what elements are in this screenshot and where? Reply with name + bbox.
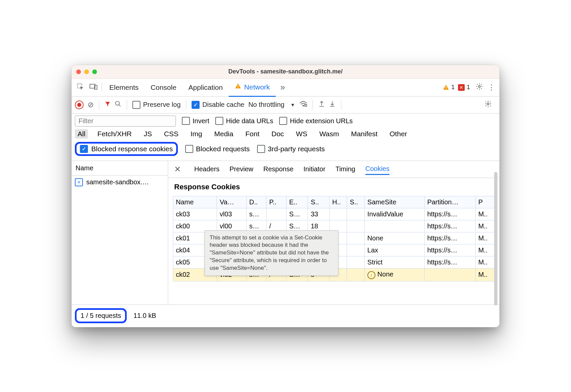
cookie-row[interactable]: ck03vl03s…S…33InvalidValuehttps://s…M..: [173, 208, 495, 220]
cookie-cell: M..: [475, 208, 494, 220]
tab-response[interactable]: Response: [263, 164, 294, 174]
tab-application[interactable]: Application: [183, 79, 229, 96]
cookie-cell: Lax: [364, 244, 424, 256]
cookie-column-header[interactable]: P..: [266, 196, 287, 208]
request-name: samesite-sandbox.…: [86, 178, 149, 186]
search-icon[interactable]: [115, 101, 121, 109]
panel-tab-bar: Elements Console Application Network » 1…: [72, 79, 499, 96]
cookie-cell: vl03: [217, 208, 246, 220]
cookie-column-header[interactable]: Va…: [217, 196, 246, 208]
divider: [313, 100, 313, 110]
type-filter-img[interactable]: Img: [188, 129, 205, 139]
export-har-icon[interactable]: [318, 100, 325, 110]
type-filter-doc[interactable]: Doc: [269, 129, 287, 139]
cookie-column-header[interactable]: D..: [246, 196, 266, 208]
cookie-column-header[interactable]: E..: [286, 196, 308, 208]
clear-button[interactable]: ⊘: [88, 101, 94, 109]
divider: [341, 100, 341, 110]
warnings-badge[interactable]: 1: [443, 84, 455, 91]
tab-initiator[interactable]: Initiator: [304, 164, 326, 174]
tab-elements[interactable]: Elements: [103, 79, 145, 96]
import-har-icon[interactable]: [329, 100, 336, 110]
type-filter-font[interactable]: Font: [243, 129, 262, 139]
cookie-blocked-tooltip: This attempt to set a cookie via a Set-C…: [205, 230, 338, 276]
divider: [99, 100, 99, 110]
response-cookies-heading: Response Cookies: [168, 178, 499, 196]
transfer-size: 11.0 kB: [133, 312, 156, 320]
blocked-response-cookies-checkbox[interactable]: Blocked response cookies: [75, 142, 178, 156]
warning-icon: [235, 83, 241, 91]
cookie-column-header[interactable]: SameSite: [364, 196, 424, 208]
cookie-cell: M..: [475, 268, 494, 281]
filter-input[interactable]: [75, 116, 176, 127]
info-icon: i: [367, 271, 375, 279]
close-detail-icon[interactable]: ✕: [174, 165, 181, 174]
network-settings-icon[interactable]: [482, 100, 494, 110]
tab-headers[interactable]: Headers: [194, 164, 220, 174]
cookie-cell: iNone: [364, 268, 424, 281]
settings-icon[interactable]: [473, 83, 485, 92]
cookie-cell: 33: [308, 208, 329, 220]
cookie-column-header[interactable]: H..: [329, 196, 347, 208]
tab-cookies[interactable]: Cookies: [365, 164, 389, 175]
status-filter-row: Blocked response cookies Blocked request…: [72, 142, 499, 161]
inspect-icon[interactable]: [74, 83, 87, 92]
type-filter-css[interactable]: CSS: [161, 129, 181, 139]
svg-point-10: [303, 105, 304, 106]
type-filter-other[interactable]: Other: [387, 129, 410, 139]
request-row[interactable]: ≡ samesite-sandbox.…: [72, 176, 168, 189]
kebab-menu-icon[interactable]: ⋮: [485, 83, 497, 92]
cookie-cell: [347, 232, 365, 244]
cookie-cell: [347, 208, 365, 220]
scrollbar[interactable]: [494, 172, 497, 306]
hide-data-urls-checkbox[interactable]: Hide data URLs: [215, 117, 273, 125]
tab-timing[interactable]: Timing: [335, 164, 355, 174]
cookie-cell: [424, 268, 475, 281]
cookie-column-header[interactable]: S..: [347, 196, 365, 208]
cookie-cell: M..: [475, 256, 494, 268]
cookie-cell: https://s…: [424, 244, 475, 256]
filter-toggle-icon[interactable]: [105, 101, 111, 109]
svg-point-7: [478, 85, 480, 87]
detail-tabs: ✕ Headers Preview Response Initiator Tim…: [168, 161, 499, 178]
tab-network[interactable]: Network: [229, 78, 276, 97]
cookie-cell: None: [364, 232, 424, 244]
cookie-cell: [347, 268, 365, 281]
invert-checkbox[interactable]: Invert: [182, 117, 209, 125]
network-conditions-icon[interactable]: [299, 101, 307, 109]
divider: [102, 83, 102, 92]
main-split: Name ≡ samesite-sandbox.… ✕ Headers Prev…: [72, 161, 499, 305]
tab-console[interactable]: Console: [145, 79, 183, 96]
svg-rect-6: [446, 88, 446, 89]
svg-point-12: [487, 103, 489, 105]
cookie-column-header[interactable]: Name: [173, 196, 217, 208]
throttling-select[interactable]: No throttling ▼: [248, 101, 295, 109]
disable-cache-checkbox[interactable]: Disable cache: [192, 101, 244, 109]
window-titlebar: DevTools - samesite-sandbox.glitch.me/: [72, 65, 499, 79]
errors-badge[interactable]: ✕ 1: [458, 84, 470, 91]
type-filter-wasm[interactable]: Wasm: [317, 129, 342, 139]
type-filter-fetchxhr[interactable]: Fetch/XHR: [95, 129, 134, 139]
cookie-cell: https://s…: [424, 256, 475, 268]
divider: [127, 100, 127, 110]
preserve-log-checkbox[interactable]: Preserve log: [132, 101, 181, 109]
tab-preview[interactable]: Preview: [230, 164, 253, 174]
hide-extension-urls-checkbox[interactable]: Hide extension URLs: [279, 117, 353, 125]
cookie-cell: https://s…: [424, 220, 475, 232]
type-filter-js[interactable]: JS: [141, 129, 155, 139]
cookie-column-header[interactable]: P: [475, 196, 494, 208]
device-toggle-icon[interactable]: [87, 83, 100, 91]
cookie-cell: [347, 220, 365, 232]
cookie-column-header[interactable]: S..: [308, 196, 329, 208]
cookie-cell: ck03: [173, 208, 217, 220]
devtools-window: DevTools - samesite-sandbox.glitch.me/ E…: [72, 65, 499, 327]
blocked-requests-checkbox[interactable]: Blocked requests: [185, 145, 250, 153]
more-tabs-icon[interactable]: »: [276, 82, 289, 92]
type-filter-manifest[interactable]: Manifest: [348, 129, 380, 139]
record-button[interactable]: [75, 101, 84, 109]
type-filter-ws[interactable]: WS: [293, 129, 310, 139]
type-filter-all[interactable]: All: [75, 129, 88, 139]
third-party-requests-checkbox[interactable]: 3rd-party requests: [257, 145, 325, 153]
cookie-column-header[interactable]: Partition…: [424, 196, 475, 208]
type-filter-media[interactable]: Media: [212, 129, 236, 139]
